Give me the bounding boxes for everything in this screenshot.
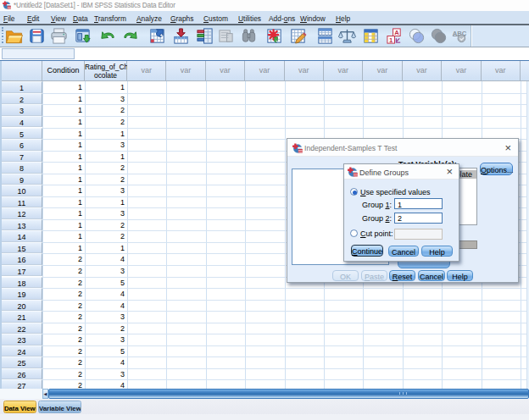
svg-text:1: 1 [389, 36, 393, 44]
svg-text:A: A [394, 29, 399, 36]
